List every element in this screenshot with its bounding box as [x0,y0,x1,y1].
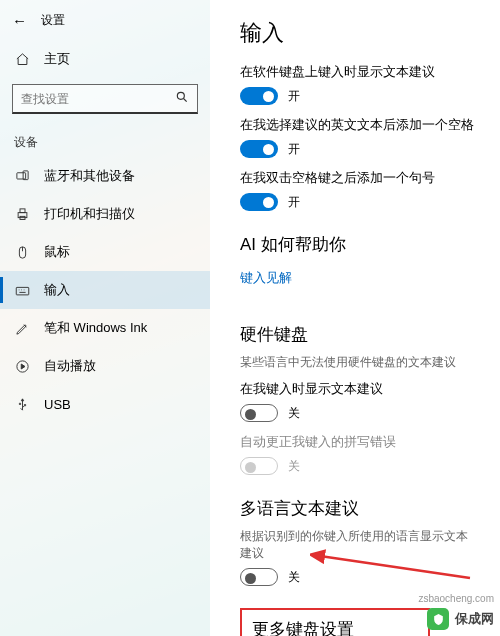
watermark: 保成网 [427,608,494,630]
back-button[interactable]: ← [12,12,27,29]
autoplay-icon [14,359,30,374]
toggle-soft-keyboard-suggest[interactable] [240,87,278,105]
mouse-icon [14,245,30,260]
toggle-period-double-space[interactable] [240,193,278,211]
multilang-desc: 根据识别到的你键入所使用的语言显示文本建议 [240,528,476,562]
option-label: 在我选择建议的英文文本后添加一个空格 [240,117,476,134]
option-label: 在我双击空格键之后添加一个句号 [240,170,476,187]
devices-section-label: 设备 [0,124,210,157]
option-label-disabled: 自动更正我键入的拼写错误 [240,434,476,451]
svg-point-0 [177,92,184,99]
sidebar-item-autoplay[interactable]: 自动播放 [0,347,210,385]
toggle-state: 开 [288,88,300,105]
toggle-space-after-suggest[interactable] [240,140,278,158]
sidebar-item-typing[interactable]: 输入 [0,271,210,309]
sidebar-item-label: 自动播放 [44,357,96,375]
window-title: 设置 [41,12,65,29]
usb-icon [14,397,30,412]
section-heading-multilang: 多语言文本建议 [240,497,476,520]
svg-rect-7 [16,287,29,295]
search-input-wrap[interactable] [12,84,198,114]
toggle-state: 关 [288,405,300,422]
option-label: 在我键入时显示文本建议 [240,381,476,398]
printer-icon [14,207,30,222]
option-label: 在软件键盘上键入时显示文本建议 [240,64,476,81]
watermark-url: zsbaocheng.com [418,593,494,604]
svg-rect-4 [20,208,25,212]
hardware-keyboard-desc: 某些语言中无法使用硬件键盘的文本建议 [240,354,476,371]
content-panel: 输入 在软件键盘上键入时显示文本建议 开 在我选择建议的英文文本后添加一个空格 … [210,0,500,636]
sidebar-item-label: 笔和 Windows Ink [44,319,147,337]
watermark-text: 保成网 [455,610,494,628]
sidebar-item-usb[interactable]: USB [0,385,210,423]
watermark-badge-icon [427,608,449,630]
sidebar-item-pen[interactable]: 笔和 Windows Ink [0,309,210,347]
toggle-state: 开 [288,141,300,158]
sidebar-item-label: 蓝牙和其他设备 [44,167,135,185]
home-icon [14,52,30,67]
svg-rect-1 [16,172,25,178]
sidebar-item-label: 打印机和扫描仪 [44,205,135,223]
toggle-hw-autocorrect [240,457,278,475]
search-icon [175,90,189,107]
home-nav-item[interactable]: 主页 [0,40,210,78]
bluetooth-icon [14,169,30,184]
sidebar-item-mouse[interactable]: 鼠标 [0,233,210,271]
sidebar-item-bluetooth[interactable]: 蓝牙和其他设备 [0,157,210,195]
sidebar-item-label: 输入 [44,281,70,299]
toggle-state: 关 [288,458,300,475]
svg-rect-3 [18,212,27,217]
section-heading-hardware: 硬件键盘 [240,323,476,346]
toggle-multilang[interactable] [240,568,278,586]
sidebar-item-label: 鼠标 [44,243,70,261]
annotation-highlight-box: 更多键盘设置 高级键盘设置 [240,608,430,636]
toggle-state: 开 [288,194,300,211]
home-label: 主页 [44,50,70,68]
sidebar-item-printers[interactable]: 打印机和扫描仪 [0,195,210,233]
sidebar-item-label: USB [44,397,71,412]
section-heading-ai: AI 如何帮助你 [240,233,476,256]
toggle-hw-suggestions[interactable] [240,404,278,422]
typing-insights-link[interactable]: 键入见解 [240,270,292,287]
page-title: 输入 [240,18,476,48]
toggle-state: 关 [288,569,300,586]
keyboard-icon [14,283,30,298]
section-heading-more: 更多键盘设置 [252,618,418,636]
pen-icon [14,321,30,336]
sidebar: ← 设置 主页 设备 [0,0,210,636]
search-input[interactable] [21,92,175,106]
